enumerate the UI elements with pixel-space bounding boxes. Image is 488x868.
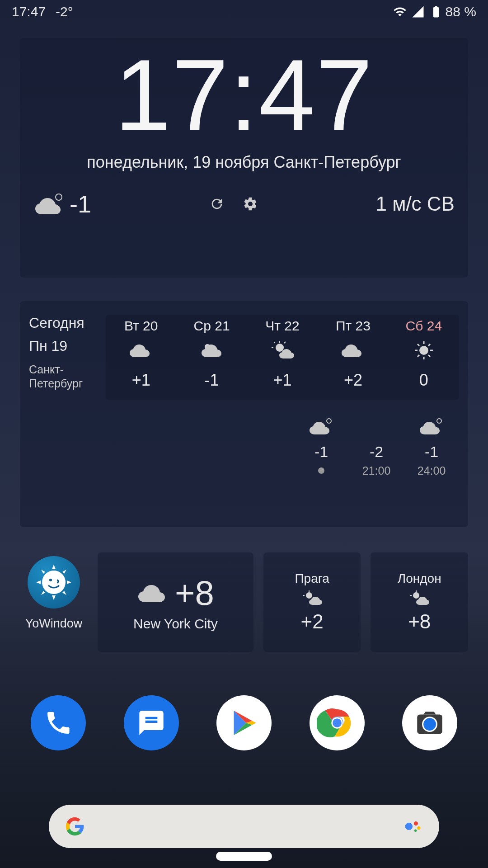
hourly-cell[interactable]: -1	[294, 416, 349, 477]
hourly-time: 21:00	[349, 464, 404, 477]
status-time: 17:47	[12, 4, 46, 19]
clock-time: 17:47	[33, 42, 455, 148]
cloud-icon	[106, 340, 176, 361]
svg-marker-24	[62, 591, 66, 595]
yowindow-icon	[28, 556, 80, 609]
app-chrome[interactable]	[310, 695, 365, 750]
forecast-day[interactable]: Чт 22 +1	[247, 318, 318, 390]
current-temp: -1	[70, 190, 91, 218]
city-temp: +2	[301, 610, 324, 633]
navigation-home-pill[interactable]	[216, 852, 272, 861]
battery-icon	[429, 5, 443, 19]
app-camera[interactable]	[402, 695, 457, 750]
mini-widgets-row: YoWindow +8 New York City Прага +2 Лондо…	[20, 552, 468, 664]
city-widget-small[interactable]: Прага +2	[263, 552, 361, 652]
svg-line-5	[274, 342, 275, 343]
svg-point-16	[327, 419, 331, 423]
svg-point-40	[405, 823, 413, 830]
svg-marker-21	[36, 580, 41, 584]
partly-cloud-icon	[176, 340, 247, 361]
forecast-day-temp: -1	[176, 371, 247, 390]
forecast-today-section: Сегодня Пн 19 Санкт- Петербург	[29, 315, 106, 391]
svg-point-0	[56, 194, 62, 200]
svg-line-12	[418, 344, 419, 346]
svg-marker-22	[67, 580, 71, 584]
assistant-icon[interactable]	[403, 816, 423, 836]
gear-icon[interactable]	[243, 196, 258, 212]
forecast-city: Санкт- Петербург	[29, 363, 106, 391]
sun-icon	[389, 340, 459, 361]
svg-point-42	[417, 826, 420, 830]
forecast-day-label: Чт 22	[247, 318, 318, 334]
svg-marker-23	[41, 570, 45, 574]
forecast-day[interactable]: Вт 20 +1	[106, 318, 176, 390]
svg-line-13	[428, 355, 430, 357]
forecast-day-label: Сб 24	[389, 318, 459, 334]
forecast-day[interactable]: Пт 23 +2	[318, 318, 388, 390]
svg-marker-25	[41, 591, 45, 595]
svg-marker-20	[52, 595, 56, 600]
hourly-forecast-row: -1 -2 21:00 -1 24:00	[29, 416, 459, 477]
battery-percent: 88 %	[446, 4, 476, 19]
app-phone[interactable]	[31, 695, 86, 750]
svg-point-27	[49, 579, 52, 581]
hourly-now-indicator	[294, 464, 349, 477]
svg-point-43	[414, 829, 417, 832]
svg-point-41	[414, 821, 418, 826]
forecast-day[interactable]: Ср 21 -1	[176, 318, 247, 390]
empty-icon	[349, 416, 404, 437]
svg-marker-19	[52, 565, 56, 569]
forecast-widget[interactable]: Сегодня Пн 19 Санкт- Петербург Вт 20 +1 …	[20, 301, 468, 527]
cloud-icon	[137, 582, 169, 603]
clock-weather-widget[interactable]: 17:47 понедельник, 19 ноября Санкт-Петер…	[20, 38, 468, 278]
forecast-day-temp: 0	[389, 371, 459, 390]
cloud-moon-icon	[33, 193, 66, 215]
wind-info: 1 м/с СВ	[375, 193, 455, 215]
svg-point-7	[419, 346, 428, 355]
city-name: Прага	[295, 571, 329, 586]
svg-point-2	[276, 344, 284, 352]
forecast-day-temp: +1	[247, 371, 318, 390]
forecast-day-temp: +2	[318, 371, 388, 390]
forecast-today-label: Сегодня	[29, 315, 106, 331]
city-temp: +8	[408, 610, 431, 633]
svg-line-15	[428, 344, 430, 346]
app-play-store[interactable]	[216, 695, 272, 750]
sun-cloud-icon	[301, 590, 324, 607]
battery-indicator: 88 %	[429, 4, 476, 19]
forecast-day-label: Вт 20	[106, 318, 176, 334]
status-bar: 17:47 -2° 88 %	[0, 0, 488, 24]
cloud-icon	[318, 340, 388, 361]
google-search-bar[interactable]	[49, 805, 439, 848]
city-temp: +8	[175, 573, 214, 613]
hourly-cell[interactable]: -1 24:00	[404, 416, 459, 477]
cloud-moon-icon	[404, 416, 459, 437]
app-yowindow[interactable]: YoWindow	[20, 552, 88, 664]
city-name: New York City	[133, 616, 218, 632]
svg-point-18	[42, 571, 66, 594]
svg-line-6	[284, 342, 286, 343]
forecast-day-label: Пт 23	[318, 318, 388, 334]
svg-point-28	[306, 592, 312, 599]
forecast-day-temp: +1	[106, 371, 176, 390]
status-temp: -2°	[56, 4, 73, 19]
wifi-icon	[393, 5, 407, 19]
city-widget-main[interactable]: +8 New York City	[98, 552, 253, 652]
svg-line-14	[418, 355, 419, 357]
hourly-cell[interactable]: -2 21:00	[349, 416, 404, 477]
svg-marker-26	[62, 570, 66, 574]
sun-cloud-icon	[247, 340, 318, 361]
forecast-days-row: Вт 20 +1 Ср 21 -1 Чт 22 +1 Пт 23 +2 Сб 2…	[106, 315, 459, 400]
city-widget-small[interactable]: Лондон +8	[371, 552, 468, 652]
hourly-time: 24:00	[404, 464, 459, 477]
google-logo-icon	[65, 816, 85, 836]
sun-cloud-icon	[408, 590, 431, 607]
forecast-day[interactable]: Сб 24 0	[389, 318, 459, 390]
svg-point-17	[437, 419, 441, 423]
forecast-today-day: Пн 19	[29, 338, 106, 354]
clock-date-city: понедельник, 19 ноября Санкт-Петербург	[33, 153, 455, 172]
hourly-temp: -2	[349, 443, 404, 461]
svg-point-31	[413, 592, 419, 599]
app-messages[interactable]	[124, 695, 179, 750]
refresh-icon[interactable]	[209, 196, 225, 212]
